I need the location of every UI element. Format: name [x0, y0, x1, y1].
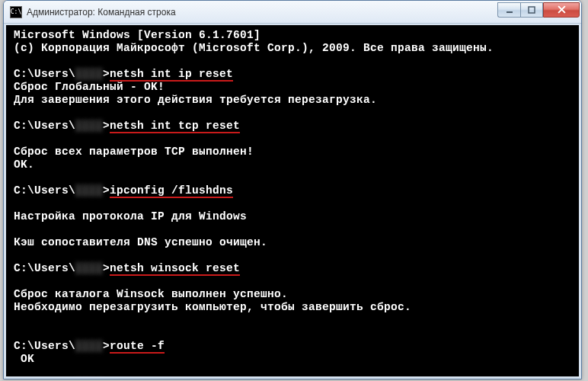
- output-line: Сброс Глобальный - OK!: [14, 81, 165, 93]
- console-output[interactable]: Microsoft Windows [Version 6.1.7601] (c)…: [4, 24, 581, 379]
- maximize-button[interactable]: [520, 2, 543, 18]
- command: netsh int ip reset: [110, 68, 233, 82]
- app-icon: C:\: [10, 6, 22, 18]
- output-line: Необходимо перезагрузить компьютер, чтоб…: [14, 301, 411, 313]
- prompt-line: C:\Users\▒▒▒▒>netsh int ip reset: [14, 68, 233, 82]
- output-line: Сброс всех параметров TCP выполнен!: [14, 146, 254, 158]
- copyright-line: (c) Корпорация Майкрософт (Microsoft Cor…: [14, 42, 494, 54]
- command-prompt-window: C:\ Администратор: Командная строка Micr…: [3, 0, 582, 379]
- command: netsh winsock reset: [110, 262, 240, 276]
- output-line: Cброс каталога Winsock выполнен успешно.: [14, 288, 288, 300]
- close-button[interactable]: [543, 2, 580, 18]
- minimize-button[interactable]: [497, 2, 520, 18]
- prompt-line: C:\Users\▒▒▒▒>ipconfig /flushdns: [14, 184, 233, 198]
- command: netsh int tcp reset: [110, 120, 240, 133]
- version-line: Microsoft Windows [Version 6.1.7601]: [14, 29, 260, 41]
- output-line: Для завершения этого действия требуется …: [14, 94, 377, 106]
- svg-rect-1: [529, 7, 535, 13]
- masked-user: ▒▒▒▒: [75, 120, 103, 132]
- output-line: Кэш сопоставителя DNS успешно очищен.: [14, 236, 267, 248]
- masked-user: ▒▒▒▒: [75, 184, 103, 197]
- titlebar[interactable]: C:\ Администратор: Командная строка: [4, 1, 581, 24]
- output-line: OK: [14, 353, 34, 365]
- command: ipconfig /flushdns: [110, 184, 233, 198]
- masked-user: ▒▒▒▒: [75, 340, 103, 352]
- window-controls: [497, 2, 580, 18]
- prompt-line: C:\Users\▒▒▒▒>netsh winsock reset: [14, 262, 240, 276]
- prompt-line: C:\Users\▒▒▒▒>netsh int tcp reset: [14, 120, 240, 133]
- output-line: OK.: [14, 158, 34, 171]
- masked-user: ▒▒▒▒: [75, 262, 103, 274]
- masked-user: ▒▒▒▒: [75, 68, 103, 80]
- command: route -f: [110, 340, 165, 354]
- prompt-line: C:\Users\▒▒▒▒>route -f: [14, 340, 165, 354]
- output-line: Настройка протокола IP для Windows: [14, 210, 247, 223]
- svg-rect-0: [507, 11, 513, 13]
- window-title: Администратор: Командная строка: [27, 7, 497, 18]
